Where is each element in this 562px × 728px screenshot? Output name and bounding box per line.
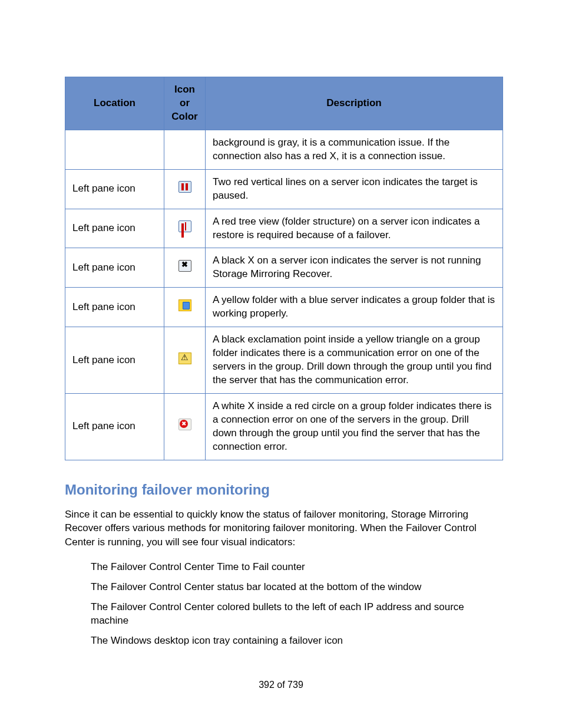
list-item: The Windows desktop icon tray containing… <box>91 634 503 648</box>
cell-icon <box>164 209 206 248</box>
col-header-location: Location <box>65 77 164 130</box>
cell-icon <box>164 288 206 327</box>
server-not-running-icon <box>178 260 191 272</box>
cell-icon <box>164 248 206 288</box>
cell-description: Two red vertical lines on a server icon … <box>206 169 503 209</box>
group-folder-ok-icon <box>178 299 191 311</box>
table-row: background is gray, it is a communicatio… <box>65 130 503 169</box>
cell-description: A red tree view (folder structure) on a … <box>206 209 503 248</box>
cell-icon <box>164 393 206 460</box>
server-restore-required-icon <box>178 220 191 232</box>
section-intro: Since it can be essential to quickly kno… <box>65 508 503 549</box>
table-row: Left pane icon Two red vertical lines on… <box>65 169 503 209</box>
cell-description: A yellow folder with a blue server indic… <box>206 288 503 327</box>
cell-description: A white X inside a red circle on a group… <box>206 393 503 460</box>
table-header-row: Location Icon or Color Description <box>65 77 503 130</box>
cell-location: Left pane icon <box>65 393 164 460</box>
cell-location <box>65 130 164 169</box>
list-item: The Failover Control Center colored bull… <box>91 600 503 628</box>
cell-location: Left pane icon <box>65 209 164 248</box>
server-paused-icon <box>178 181 191 193</box>
col-header-icon: Icon or Color <box>164 77 206 130</box>
list-item: The Failover Control Center status bar l… <box>91 580 503 594</box>
cell-location: Left pane icon <box>65 288 164 327</box>
icon-legend-table: Location Icon or Color Description backg… <box>65 77 503 460</box>
table-row: Left pane icon A black X on a server ico… <box>65 248 503 288</box>
cell-location: Left pane icon <box>65 248 164 288</box>
cell-location: Left pane icon <box>65 169 164 209</box>
section-heading: Monitoring failover monitoring <box>65 482 503 498</box>
list-item: The Failover Control Center Time to Fail… <box>91 560 503 574</box>
cell-description: background is gray, it is a communicatio… <box>206 130 503 169</box>
group-folder-error-icon <box>178 419 191 430</box>
cell-icon <box>164 327 206 394</box>
page-number: 392 of 739 <box>0 680 562 690</box>
cell-location: Left pane icon <box>65 327 164 394</box>
group-folder-warning-icon <box>178 353 191 364</box>
cell-description: A black X on a server icon indicates the… <box>206 248 503 288</box>
table-row: Left pane icon A red tree view (folder s… <box>65 209 503 248</box>
document-page: Location Icon or Color Description backg… <box>0 0 562 728</box>
col-header-description: Description <box>206 77 503 130</box>
bullet-list: The Failover Control Center Time to Fail… <box>65 560 503 648</box>
table-row: Left pane icon A yellow folder with a bl… <box>65 288 503 327</box>
table-row: Left pane icon A white X inside a red ci… <box>65 393 503 460</box>
cell-description: A black exclamation point inside a yello… <box>206 327 503 394</box>
cell-icon <box>164 169 206 209</box>
table-row: Left pane icon A black exclamation point… <box>65 327 503 394</box>
cell-icon <box>164 130 206 169</box>
